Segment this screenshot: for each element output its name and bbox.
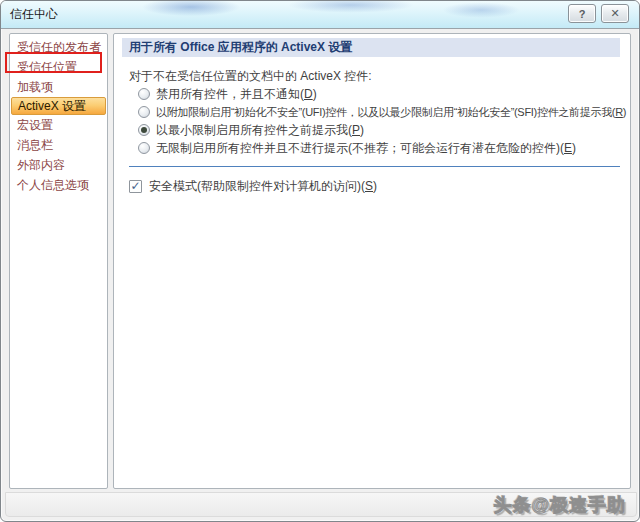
radio-label: 以附加限制启用“初始化不安全”(UFI)控件，以及以最少限制启用“初始化安全”(…	[156, 105, 626, 120]
radio-button-icon	[138, 88, 150, 100]
radio-label: 禁用所有控件，并且不通知(D)	[156, 86, 317, 103]
radio-prompt-minimal-restrictions[interactable]: 以最小限制启用所有控件之前提示我(P)	[138, 121, 630, 139]
radio-button-icon	[138, 142, 150, 154]
radio-disable-all-controls[interactable]: 禁用所有控件，并且不通知(D)	[138, 85, 630, 103]
titlebar: 信任中心 ? ✕	[1, 1, 639, 29]
checkbox-icon: ✓	[129, 180, 142, 193]
footer-bar: 头条@极速手助	[5, 492, 637, 517]
sidebar-item-message-bar[interactable]: 消息栏	[10, 135, 107, 155]
horizontal-divider	[129, 166, 620, 167]
help-icon: ?	[579, 8, 586, 20]
trust-center-dialog: 信任中心 ? ✕ 受信任的发布者 受信任位置 加载项 ActiveX 设置 宏设…	[0, 0, 640, 522]
radio-button-icon	[138, 106, 150, 118]
titlebar-buttons: ? ✕	[568, 4, 629, 23]
options-group-label: 对于不在受信任位置的文档中的 ActiveX 控件:	[129, 68, 630, 85]
sidebar-item-trusted-publishers[interactable]: 受信任的发布者	[10, 37, 107, 57]
watermark-text: 头条@极速手助	[493, 493, 626, 518]
section-header: 用于所有 Office 应用程序的 ActiveX 设置	[122, 38, 620, 57]
radio-enable-all-no-prompt[interactable]: 无限制启用所有控件并且不进行提示(不推荐；可能会运行有潜在危险的控件)(E)	[138, 139, 630, 157]
radio-label: 以最小限制启用所有控件之前提示我(P)	[156, 122, 364, 139]
close-icon: ✕	[610, 7, 619, 20]
window-title: 信任中心	[10, 1, 58, 28]
radio-prompt-ufi-sfi-controls[interactable]: 以附加限制启用“初始化不安全”(UFI)控件，以及以最少限制启用“初始化安全”(…	[138, 103, 630, 121]
help-button[interactable]: ?	[568, 4, 596, 23]
sidebar-item-trusted-locations[interactable]: 受信任位置	[10, 57, 107, 77]
sidebar-item-addins[interactable]: 加载项	[10, 77, 107, 97]
checkbox-safe-mode[interactable]: ✓ 安全模式(帮助限制控件对计算机的访问)(S)	[129, 178, 630, 195]
checkmark-icon: ✓	[130, 181, 140, 191]
sidebar-item-activex-settings[interactable]: ActiveX 设置	[11, 97, 106, 115]
main-panel: 用于所有 Office 应用程序的 ActiveX 设置 对于不在受信任位置的文…	[113, 33, 631, 489]
radio-label: 无限制启用所有控件并且不进行提示(不推荐；可能会运行有潜在危险的控件)(E)	[156, 140, 576, 157]
sidebar-item-macro-settings[interactable]: 宏设置	[10, 115, 107, 135]
sidebar: 受信任的发布者 受信任位置 加载项 ActiveX 设置 宏设置 消息栏 外部内…	[9, 33, 108, 489]
sidebar-item-privacy-options[interactable]: 个人信息选项	[10, 175, 107, 195]
checkbox-label: 安全模式(帮助限制控件对计算机的访问)(S)	[149, 178, 377, 195]
close-button[interactable]: ✕	[601, 4, 629, 23]
radio-button-icon	[138, 124, 150, 136]
sidebar-item-external-content[interactable]: 外部内容	[10, 155, 107, 175]
